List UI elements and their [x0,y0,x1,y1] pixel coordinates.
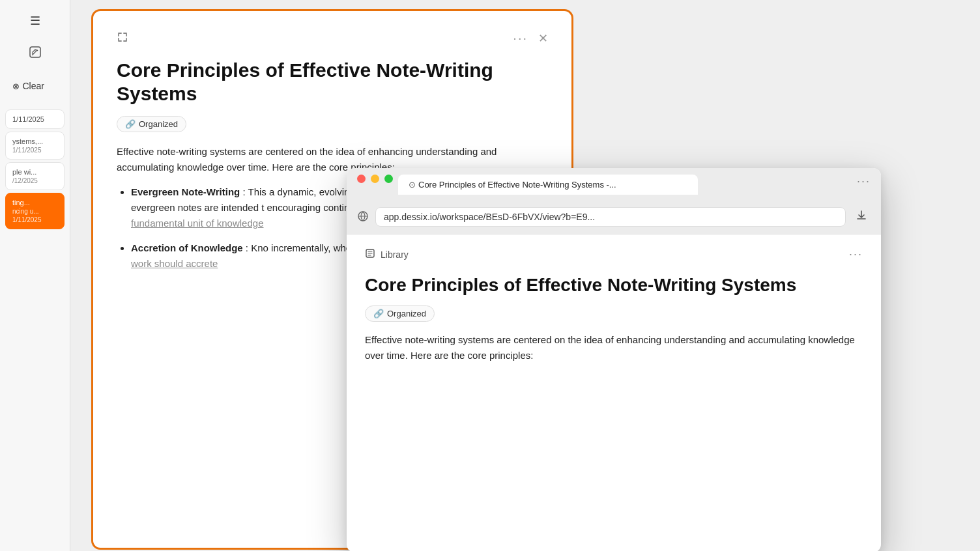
expand-icon[interactable] [117,31,128,46]
main-area: ··· ✕ Core Principles of Effective Note-… [70,0,980,551]
list-item-1-heading: Accretion of Knowledge [131,242,243,253]
item-1-date: 1/11/2025 [12,147,57,154]
list-item-1-link[interactable]: work should accrete [131,258,218,269]
breadcrumb-label: Library [381,249,409,260]
browser-badge[interactable]: 🔗 Organized [365,305,435,322]
breadcrumb-left: Library [365,248,409,261]
item-3-title: ting... [12,199,57,206]
browser-doc-title: Core Principles of Effective Note-Writin… [365,274,863,296]
traffic-light-green[interactable] [384,175,393,183]
badge-label: Organized [139,119,178,129]
item-1-title: ystems,... [12,137,57,145]
address-bar-input[interactable] [375,207,846,227]
sidebar-item-0[interactable]: 1/11/2025 [5,109,65,129]
item-3-date: 1/11/2025 [12,216,57,223]
edit-icon [29,46,42,62]
tab-title: Core Principles of Effective Note-Writin… [418,180,616,190]
sidebar-item-1[interactable]: ystems,... 1/11/2025 [5,132,65,160]
address-icon [357,210,369,224]
card-title: Core Principles of Effective Note-Writin… [117,59,548,106]
sidebar-items-list: 1/11/2025 ystems,... 1/11/2025 ple wi...… [0,104,70,234]
sidebar-item-3[interactable]: ting... ncing u... 1/11/2025 [5,193,65,229]
edit-button[interactable] [21,39,50,68]
item-2-date: /12/2025 [12,177,57,184]
tab-more-icon[interactable]: ··· [857,175,871,195]
breadcrumb-more-icon[interactable]: ··· [849,247,863,261]
item-0-date: 1/11/2025 [12,115,57,123]
browser-breadcrumb: Library ··· [365,247,863,261]
clear-button[interactable]: ⊗ Clear [6,77,65,95]
browser-badge-icon: 🔗 [373,309,384,318]
browser-window: ⊙ Core Principles of Effective Note-Writ… [347,168,881,551]
clear-label: Clear [23,81,44,91]
badge-icon: 🔗 [125,119,136,129]
card-header-actions: ··· ✕ [513,31,548,46]
menu-button[interactable]: ☰ [21,7,50,35]
traffic-light-red[interactable] [357,175,366,183]
browser-badge-label: Organized [387,309,426,318]
close-icon[interactable]: ✕ [538,31,548,46]
address-bar-row [357,201,871,234]
card-header: ··· ✕ [117,31,548,46]
sidebar: ☰ ⊗ Clear 1/11/2025 ystems,... 1/11/2025… [0,0,70,551]
traffic-light-yellow[interactable] [371,175,379,183]
browser-content: Library ··· Core Principles of Effective… [347,234,881,551]
browser-body-text: Effective note-writing systems are cente… [365,332,863,365]
browser-chrome: ⊙ Core Principles of Effective Note-Writ… [347,168,881,234]
download-icon[interactable] [852,206,871,227]
library-icon [365,248,375,261]
menu-icon: ☰ [30,14,40,28]
list-item-0-heading: Evergreen Note-Writing [131,186,240,197]
organized-badge[interactable]: 🔗 Organized [117,116,186,132]
item-3-subtitle: ncing u... [12,208,57,215]
list-item-0-link[interactable]: fundamental unit of knowledge [131,218,263,229]
clear-x-icon: ⊗ [12,81,20,91]
browser-tab[interactable]: ⊙ Core Principles of Effective Note-Writ… [398,175,698,195]
tab-icon: ⊙ [409,180,416,190]
sidebar-item-2[interactable]: ple wi... /12/2025 [5,162,65,190]
browser-traffic-lights: ⊙ Core Principles of Effective Note-Writ… [357,175,871,195]
more-options-icon[interactable]: ··· [513,31,528,46]
item-2-title: ple wi... [12,168,57,176]
